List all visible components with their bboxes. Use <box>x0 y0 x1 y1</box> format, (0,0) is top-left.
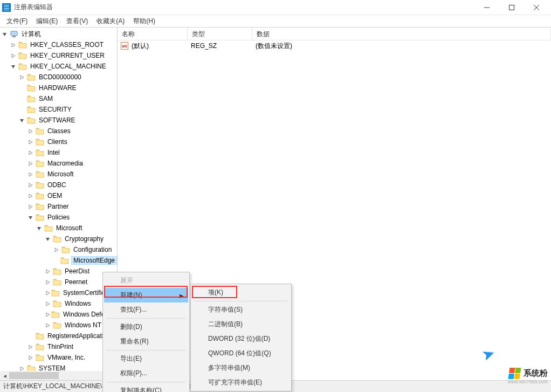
tree-item[interactable]: Policies <box>0 212 117 223</box>
menu-item[interactable]: DWORD (32 位)值(D) <box>192 332 290 346</box>
expander-icon[interactable] <box>28 194 35 198</box>
registry-tree[interactable]: 计算机HKEY_CLASSES_ROOTHKEY_CURRENT_USERHKE… <box>0 27 117 375</box>
value-row[interactable]: ab(默认)REG_SZ(数值未设置) <box>118 40 551 51</box>
tree-item[interactable]: VMware, Inc. <box>0 352 117 363</box>
tree-item[interactable]: RegisteredApplications <box>0 331 117 341</box>
tree-label: 计算机 <box>20 29 42 39</box>
tree-item[interactable]: Peernet <box>0 277 117 287</box>
context-menu-new-submenu[interactable]: 项(K)字符串值(S)二进制值(B)DWORD (32 位)值(D)QWORD … <box>190 284 292 391</box>
expander-icon[interactable] <box>11 64 17 69</box>
menu-favorites[interactable]: 收藏夹(A) <box>92 15 129 27</box>
menu-item[interactable]: 新建(N)▶ <box>104 288 188 302</box>
tree-item[interactable]: Configuration <box>0 244 117 255</box>
tree-panel: 计算机HKEY_CLASSES_ROOTHKEY_CURRENT_USERHKE… <box>0 27 118 380</box>
tree-item[interactable]: Cryptography <box>0 233 117 244</box>
tree-item[interactable]: Clients <box>0 136 117 147</box>
column-name[interactable]: 名称 <box>118 27 188 40</box>
maximize-button[interactable] <box>499 0 524 15</box>
tree-item[interactable]: Microsoft <box>0 223 117 233</box>
expander-icon[interactable] <box>28 204 35 209</box>
scroll-thumb[interactable] <box>9 372 59 379</box>
tree-item[interactable]: PeerDist <box>0 266 117 277</box>
menu-view[interactable]: 查看(V) <box>62 15 92 27</box>
tree-item[interactable]: BCD00000000 <box>0 72 117 82</box>
tree-item[interactable]: SAM <box>0 93 117 104</box>
menu-item[interactable]: 字符串值(S) <box>192 302 290 317</box>
tree-item[interactable]: HKEY_CLASSES_ROOT <box>0 39 117 50</box>
menu-item[interactable]: 二进制值(B) <box>192 317 290 332</box>
menu-item[interactable]: 导出(E) <box>104 352 188 366</box>
expander-icon[interactable] <box>19 75 26 80</box>
menu-item[interactable]: 查找(F)... <box>104 302 188 317</box>
close-button[interactable] <box>524 0 549 15</box>
expander-icon[interactable] <box>28 345 35 349</box>
tree-item[interactable]: HKEY_CURRENT_USER <box>0 50 117 61</box>
tree-item[interactable]: Classes <box>0 126 117 136</box>
expander-icon[interactable] <box>45 323 52 328</box>
menu-help[interactable]: 帮助(H) <box>129 15 160 27</box>
tree-item[interactable]: Windows <box>0 298 117 309</box>
column-type[interactable]: 类型 <box>188 27 252 40</box>
tree-item[interactable]: OEM <box>0 190 117 201</box>
tree-item[interactable]: Windows Defender <box>0 309 117 320</box>
tree-item[interactable]: Windows NT <box>0 320 117 331</box>
watermark-sub: www.win7999.com <box>507 379 548 384</box>
menu-item[interactable]: 可扩充字符串值(E) <box>192 375 290 390</box>
tree-item[interactable]: ODBC <box>0 180 117 190</box>
tree-label: Intel <box>46 148 61 157</box>
tree-item[interactable]: Microsoft <box>0 169 117 180</box>
expander-icon[interactable] <box>11 53 17 58</box>
expander-icon[interactable] <box>45 291 50 295</box>
menu-item[interactable]: 复制项名称(C) <box>104 383 188 392</box>
expander-icon[interactable] <box>28 161 35 166</box>
tree-root[interactable]: 计算机 <box>0 29 117 39</box>
menu-item[interactable]: 重命名(R) <box>104 334 188 349</box>
expander-icon[interactable] <box>19 366 26 371</box>
menu-item[interactable]: 多字符串值(M) <box>192 361 290 375</box>
expander-icon[interactable] <box>45 301 52 306</box>
minimize-button[interactable] <box>474 0 499 15</box>
expander-icon[interactable] <box>54 247 60 252</box>
scroll-left-icon[interactable]: ◂ <box>0 371 9 380</box>
tree-item[interactable]: SystemCertificates <box>0 287 117 298</box>
tree-label: ODBC <box>46 181 67 189</box>
expander-icon[interactable] <box>45 312 50 317</box>
menu-file[interactable]: 文件(F) <box>2 15 32 27</box>
tree-item[interactable]: Partner <box>0 201 117 212</box>
expander-icon[interactable] <box>28 150 35 155</box>
expander-icon[interactable] <box>37 226 43 231</box>
tree-scrollbar[interactable]: ◂ ▸ <box>0 371 117 380</box>
list-header: 名称 类型 数据 <box>118 27 551 40</box>
menu-edit[interactable]: 编辑(E) <box>32 15 62 27</box>
tree-item[interactable]: ThinPrint <box>0 341 117 352</box>
tree-item[interactable]: HARDWARE <box>0 82 117 93</box>
tree-item[interactable]: Intel <box>0 147 117 158</box>
menu-item[interactable]: 权限(P)... <box>104 366 188 381</box>
tree-item[interactable]: Macromedia <box>0 158 117 169</box>
context-menu-main[interactable]: 展开新建(N)▶查找(F)...删除(D)重命名(R)导出(E)权限(P)...… <box>102 272 190 392</box>
folder-icon <box>53 278 61 286</box>
tree-item[interactable]: SECURITY <box>0 104 117 115</box>
expander-icon[interactable] <box>28 129 35 134</box>
expander-icon[interactable] <box>19 118 26 123</box>
expander-icon[interactable] <box>45 237 52 242</box>
expander-icon[interactable] <box>28 140 35 145</box>
menu-item[interactable]: 项(K) <box>192 285 290 300</box>
tree-item[interactable]: SOFTWARE <box>0 115 117 126</box>
expander-icon[interactable] <box>11 43 17 47</box>
tree-item[interactable]: HKEY_LOCAL_MACHINE <box>0 61 117 72</box>
scroll-track[interactable] <box>9 371 108 380</box>
expander-icon[interactable] <box>45 269 52 274</box>
expander-icon[interactable] <box>45 280 52 285</box>
menu-item[interactable]: QWORD (64 位)值(Q) <box>192 346 290 361</box>
expander-icon[interactable] <box>28 172 35 177</box>
column-data[interactable]: 数据 <box>252 27 551 40</box>
expander-icon[interactable] <box>28 215 35 220</box>
folder-icon <box>27 84 36 92</box>
menu-item[interactable]: 删除(D) <box>104 320 188 334</box>
expander-icon[interactable] <box>28 355 35 360</box>
expander-icon[interactable] <box>2 32 9 37</box>
tree-item[interactable]: MicrosoftEdge <box>0 255 117 266</box>
menu-separator <box>106 350 186 350</box>
expander-icon[interactable] <box>28 183 35 188</box>
